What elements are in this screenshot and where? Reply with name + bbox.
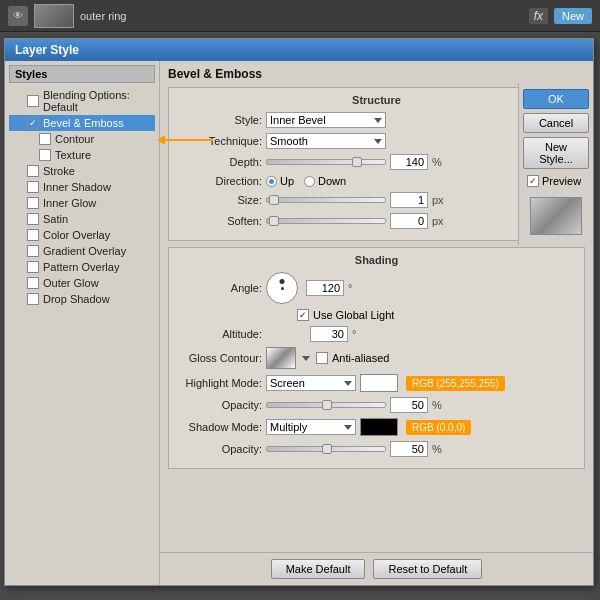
stroke-checkbox[interactable] bbox=[27, 165, 39, 177]
shading-section: Shading Angle: 120 ° bbox=[168, 247, 585, 469]
sidebar-item-texture[interactable]: Texture bbox=[9, 147, 155, 163]
inner-glow-checkbox[interactable] bbox=[27, 197, 39, 209]
shadow-color-swatch[interactable] bbox=[360, 418, 398, 436]
dialog-body: Styles Blending Options: Default Bevel &… bbox=[5, 61, 593, 585]
direction-up-item[interactable]: Up bbox=[266, 175, 294, 187]
outer-glow-checkbox[interactable] bbox=[27, 277, 39, 289]
soften-slider[interactable] bbox=[266, 218, 386, 224]
global-light-checkbox[interactable] bbox=[297, 309, 309, 321]
style-value: Inner Bevel bbox=[270, 114, 326, 126]
drop-shadow-checkbox[interactable] bbox=[27, 293, 39, 305]
shadow-mode-select[interactable]: Multiply bbox=[266, 419, 356, 435]
sidebar-item-color-overlay[interactable]: Color Overlay bbox=[9, 227, 155, 243]
angle-unit: ° bbox=[348, 282, 368, 294]
size-thumb[interactable] bbox=[269, 195, 279, 205]
sidebar-item-satin[interactable]: Satin bbox=[9, 211, 155, 227]
size-slider[interactable] bbox=[266, 197, 386, 203]
top-bar: 👁 outer ring fx New bbox=[0, 0, 600, 32]
angle-label: Angle: bbox=[177, 282, 262, 294]
technique-label: Technique: bbox=[177, 135, 262, 147]
depth-row: Depth: 140 % bbox=[177, 154, 576, 170]
shading-header: Shading bbox=[177, 254, 576, 266]
new-style-button[interactable]: New Style... bbox=[523, 137, 589, 169]
inner-shadow-checkbox[interactable] bbox=[27, 181, 39, 193]
preview-checkbox[interactable] bbox=[527, 175, 539, 187]
shadow-opacity-thumb[interactable] bbox=[322, 444, 332, 454]
contour-checkbox[interactable] bbox=[39, 133, 51, 145]
ok-button[interactable]: OK bbox=[523, 89, 589, 109]
gloss-dropdown-arrow[interactable] bbox=[302, 356, 310, 361]
highlight-color-swatch[interactable] bbox=[360, 374, 398, 392]
gradient-overlay-label: Gradient Overlay bbox=[43, 245, 126, 257]
sidebar-item-inner-shadow[interactable]: Inner Shadow bbox=[9, 179, 155, 195]
color-overlay-label: Color Overlay bbox=[43, 229, 110, 241]
sidebar-item-stroke[interactable]: Stroke bbox=[9, 163, 155, 179]
size-input[interactable]: 1 bbox=[390, 192, 428, 208]
sidebar-item-drop-shadow[interactable]: Drop Shadow bbox=[9, 291, 155, 307]
technique-select[interactable]: Smooth bbox=[266, 133, 386, 149]
main-content: Bevel & Emboss Structure Style: Inner Be… bbox=[160, 61, 593, 585]
highlight-opacity-input[interactable]: 50 bbox=[390, 397, 428, 413]
shadow-mode-row: Shadow Mode: Multiply RGB (0,0,0) bbox=[177, 418, 576, 436]
make-default-button[interactable]: Make Default bbox=[271, 559, 366, 579]
depth-slider[interactable] bbox=[266, 159, 386, 165]
anti-aliased-checkbox[interactable] bbox=[316, 352, 328, 364]
anti-aliased-label[interactable]: Anti-aliased bbox=[316, 352, 389, 364]
angle-center bbox=[281, 287, 284, 290]
altitude-row: Altitude: 30 ° bbox=[177, 326, 576, 342]
texture-checkbox[interactable] bbox=[39, 149, 51, 161]
angle-input[interactable]: 120 bbox=[306, 280, 344, 296]
sidebar-item-outer-glow[interactable]: Outer Glow bbox=[9, 275, 155, 291]
preview-check-row[interactable]: Preview bbox=[523, 173, 589, 189]
sidebar-item-gradient-overlay[interactable]: Gradient Overlay bbox=[9, 243, 155, 259]
shadow-opacity-input[interactable]: 50 bbox=[390, 441, 428, 457]
technique-dropdown-arrow bbox=[374, 139, 382, 144]
soften-thumb[interactable] bbox=[269, 216, 279, 226]
sidebar-item-bevel[interactable]: Bevel & Emboss bbox=[9, 115, 155, 131]
global-light-label: Use Global Light bbox=[313, 309, 394, 321]
sidebar-item-blending[interactable]: Blending Options: Default bbox=[9, 87, 155, 115]
texture-label: Texture bbox=[55, 149, 91, 161]
depth-thumb[interactable] bbox=[352, 157, 362, 167]
gloss-preview[interactable] bbox=[266, 347, 296, 369]
bevel-checkbox[interactable] bbox=[27, 117, 39, 129]
shadow-opacity-row: Opacity: 50 % bbox=[177, 441, 576, 457]
gradient-overlay-checkbox[interactable] bbox=[27, 245, 39, 257]
color-overlay-checkbox[interactable] bbox=[27, 229, 39, 241]
highlight-mode-select[interactable]: Screen bbox=[266, 375, 356, 391]
layer-name: outer ring bbox=[80, 10, 523, 22]
gloss-contour-controls: Anti-aliased bbox=[266, 347, 389, 369]
global-light-check-label[interactable]: Use Global Light bbox=[297, 309, 394, 321]
altitude-label: Altitude: bbox=[177, 328, 262, 340]
cancel-button[interactable]: Cancel bbox=[523, 113, 589, 133]
sidebar-item-contour[interactable]: Contour bbox=[9, 131, 155, 147]
sidebar-item-pattern-overlay[interactable]: Pattern Overlay bbox=[9, 259, 155, 275]
angle-circle[interactable] bbox=[266, 272, 298, 304]
visibility-icon[interactable]: 👁 bbox=[8, 6, 28, 26]
highlight-opacity-slider[interactable] bbox=[266, 402, 386, 408]
reset-to-default-button[interactable]: Reset to Default bbox=[373, 559, 482, 579]
direction-down-item[interactable]: Down bbox=[304, 175, 346, 187]
sidebar-item-inner-glow[interactable]: Inner Glow bbox=[9, 195, 155, 211]
new-button[interactable]: New bbox=[554, 8, 592, 24]
soften-label: Soften: bbox=[177, 215, 262, 227]
style-dropdown-arrow bbox=[374, 118, 382, 123]
highlight-opacity-unit: % bbox=[432, 399, 452, 411]
soften-input[interactable]: 0 bbox=[390, 213, 428, 229]
pattern-overlay-checkbox[interactable] bbox=[27, 261, 39, 273]
shadow-opacity-slider[interactable] bbox=[266, 446, 386, 452]
depth-input[interactable]: 140 bbox=[390, 154, 428, 170]
preview-swatch bbox=[530, 197, 582, 235]
style-select[interactable]: Inner Bevel bbox=[266, 112, 386, 128]
direction-up-radio[interactable] bbox=[266, 176, 277, 187]
style-label: Style: bbox=[177, 114, 262, 126]
stroke-label: Stroke bbox=[43, 165, 75, 177]
altitude-input[interactable]: 30 bbox=[310, 326, 348, 342]
global-light-row: Use Global Light bbox=[177, 309, 576, 321]
preview-label: Preview bbox=[542, 175, 581, 187]
direction-radio-group: Up Down bbox=[266, 175, 346, 187]
direction-down-radio[interactable] bbox=[304, 176, 315, 187]
highlight-opacity-thumb[interactable] bbox=[322, 400, 332, 410]
satin-checkbox[interactable] bbox=[27, 213, 39, 225]
blending-checkbox[interactable] bbox=[27, 95, 39, 107]
